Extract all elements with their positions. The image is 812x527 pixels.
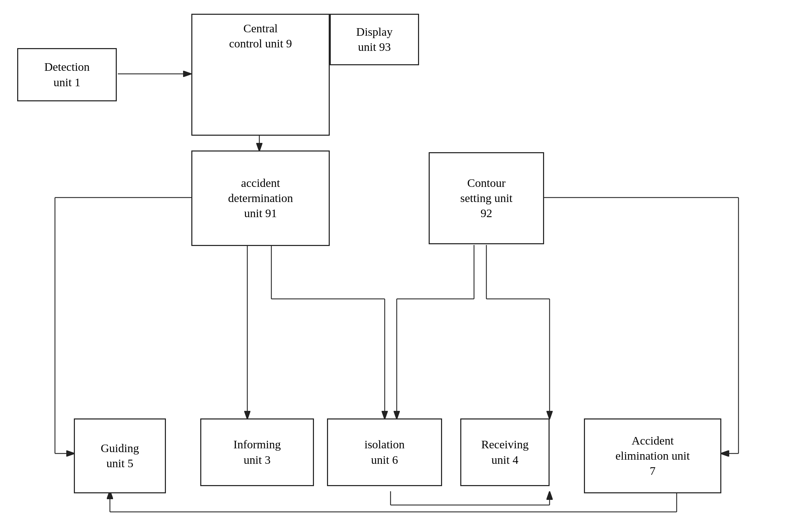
accident-elimination-box: Accidentelimination unit7: [584, 418, 721, 493]
informing-unit-box: Informingunit 3: [200, 418, 314, 486]
contour-setting-label: Contoursetting unit92: [460, 176, 512, 221]
central-control-box: Centralcontrol unit 9: [191, 14, 330, 136]
detection-unit-box: Detectionunit 1: [17, 48, 117, 101]
central-control-label: Centralcontrol unit 9: [229, 21, 292, 51]
diagram: Detectionunit 1 Centralcontrol unit 9 Di…: [0, 0, 812, 527]
informing-unit-label: Informingunit 3: [234, 437, 281, 467]
accident-elimination-label: Accidentelimination unit7: [616, 433, 690, 479]
display-unit-label: Displayunit 93: [356, 24, 393, 55]
receiving-unit-box: Receivingunit 4: [460, 418, 550, 486]
accident-determination-box: accidentdeterminationunit 91: [191, 150, 330, 246]
guiding-unit-box: Guidingunit 5: [74, 418, 166, 493]
guiding-unit-label: Guidingunit 5: [101, 441, 139, 471]
display-unit-box: Displayunit 93: [330, 14, 419, 65]
receiving-unit-label: Receivingunit 4: [481, 437, 529, 467]
accident-determination-label: accidentdeterminationunit 91: [228, 176, 293, 221]
detection-unit-label: Detectionunit 1: [44, 59, 90, 90]
contour-setting-box: Contoursetting unit92: [429, 152, 544, 244]
isolation-unit-label: isolationunit 6: [364, 437, 405, 467]
isolation-unit-box: isolationunit 6: [327, 418, 442, 486]
